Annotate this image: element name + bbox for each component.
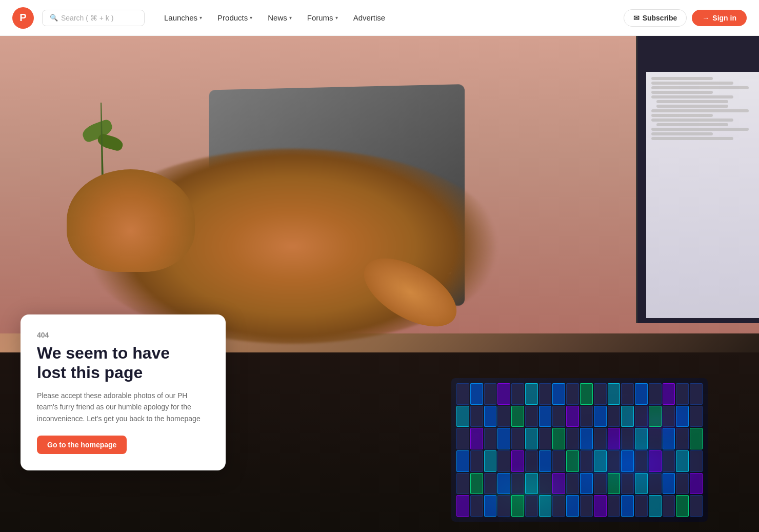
key: [525, 406, 538, 427]
key: [580, 473, 593, 495]
key: [649, 406, 662, 427]
nav-item-news[interactable]: News ▾: [261, 9, 299, 26]
news-chevron-icon: ▾: [289, 15, 292, 21]
key: [663, 495, 675, 517]
nav-item-forums[interactable]: Forums ▾: [300, 9, 345, 26]
subscribe-icon: ✉: [633, 14, 640, 22]
screen-line: [651, 119, 733, 122]
key: [470, 450, 483, 472]
launches-chevron-icon: ▾: [199, 15, 202, 21]
screen-line: [651, 77, 713, 80]
key: [608, 383, 621, 405]
advertise-label: Advertise: [353, 13, 386, 22]
key: [580, 495, 593, 517]
key: [635, 495, 648, 517]
key: [621, 473, 634, 495]
launches-label: Launches: [164, 13, 197, 22]
key: [484, 383, 497, 405]
key-grid: [456, 383, 703, 517]
key: [470, 473, 483, 495]
key: [525, 450, 538, 472]
key: [539, 495, 552, 517]
search-placeholder: Search ( ⌘ + k ): [61, 14, 113, 22]
key: [663, 450, 675, 472]
nav-items: Launches ▾ Products ▾ News ▾ Forums ▾ Ad…: [157, 9, 620, 26]
key: [608, 473, 621, 495]
key: [511, 473, 524, 495]
go-to-homepage-button[interactable]: Go to the homepage: [37, 436, 127, 454]
key: [511, 450, 524, 472]
key: [594, 383, 607, 405]
key: [566, 406, 579, 427]
nav-item-products[interactable]: Products ▾: [210, 9, 259, 26]
screen-line: [651, 132, 713, 135]
navbar: P 🔍 Search ( ⌘ + k ) Launches ▾ Products…: [0, 0, 759, 36]
key: [580, 406, 593, 427]
key: [456, 406, 469, 427]
key: [456, 473, 469, 495]
key: [676, 428, 689, 449]
key: [552, 495, 565, 517]
forums-label: Forums: [307, 13, 333, 22]
key: [690, 495, 703, 517]
key: [497, 473, 510, 495]
key: [580, 383, 593, 405]
key: [690, 406, 703, 427]
plant-decoration: [82, 77, 123, 180]
subscribe-button[interactable]: ✉ Subscribe: [624, 9, 687, 27]
key: [552, 450, 565, 472]
key: [594, 473, 607, 495]
key: [539, 428, 552, 449]
error-heading: We seem to have lost this page: [37, 343, 209, 383]
key: [470, 428, 483, 449]
key: [649, 383, 662, 405]
key: [608, 406, 621, 427]
cat-head: [67, 169, 195, 272]
key: [484, 406, 497, 427]
key: [456, 450, 469, 472]
key: [552, 473, 565, 495]
key: [663, 383, 675, 405]
key: [484, 428, 497, 449]
key: [566, 450, 579, 472]
key: [470, 406, 483, 427]
key: [539, 473, 552, 495]
key: [525, 473, 538, 495]
key: [511, 495, 524, 517]
logo[interactable]: P: [12, 7, 34, 29]
screen-line: [656, 123, 728, 126]
forums-chevron-icon: ▾: [335, 15, 338, 21]
screen-line: [651, 95, 733, 98]
error-code: 404: [37, 331, 209, 339]
screen-line: [651, 114, 713, 117]
signin-button[interactable]: → Sign in: [692, 10, 747, 26]
screen-line: [656, 105, 728, 108]
key: [552, 406, 565, 427]
key: [608, 428, 621, 449]
key: [525, 428, 538, 449]
key: [690, 428, 703, 449]
logo-letter: P: [19, 12, 26, 24]
nav-item-advertise[interactable]: Advertise: [346, 9, 393, 26]
key: [676, 406, 689, 427]
key: [539, 450, 552, 472]
key: [456, 383, 469, 405]
key: [484, 473, 497, 495]
key: [621, 450, 634, 472]
key: [635, 473, 648, 495]
key: [552, 383, 565, 405]
key: [621, 383, 634, 405]
key: [497, 428, 510, 449]
key: [497, 383, 510, 405]
key: [497, 495, 510, 517]
products-label: Products: [217, 13, 248, 22]
key: [511, 383, 524, 405]
key: [580, 450, 593, 472]
key: [649, 450, 662, 472]
screen-line: [656, 100, 728, 103]
nav-item-launches[interactable]: Launches ▾: [157, 9, 209, 26]
key: [649, 428, 662, 449]
search-bar[interactable]: 🔍 Search ( ⌘ + k ): [42, 10, 145, 26]
key: [676, 450, 689, 472]
key: [690, 473, 703, 495]
